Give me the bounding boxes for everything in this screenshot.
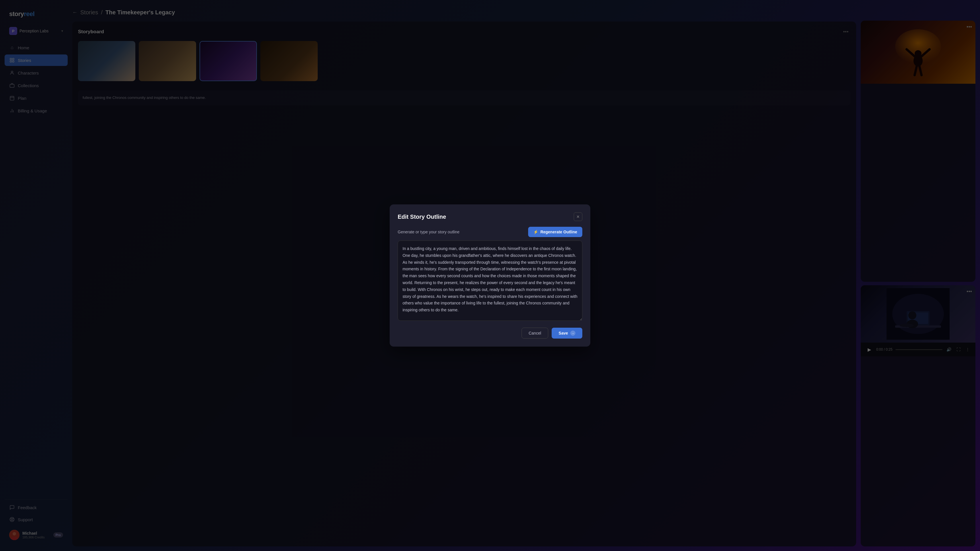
save-icon: → bbox=[570, 330, 576, 336]
save-button[interactable]: Save → bbox=[552, 328, 582, 338]
modal-close-button[interactable]: × bbox=[574, 213, 582, 221]
regenerate-button[interactable]: ⚡ Regenerate Outline bbox=[528, 227, 582, 237]
modal-subtitle-text: Generate or type your story outline bbox=[398, 230, 460, 234]
modal-overlay[interactable]: Edit Story Outline × Generate or type yo… bbox=[0, 0, 980, 551]
save-label: Save bbox=[558, 331, 568, 335]
story-outline-textarea[interactable] bbox=[398, 241, 582, 321]
close-icon: × bbox=[577, 214, 580, 220]
modal-header: Edit Story Outline × bbox=[398, 213, 582, 221]
modal-title: Edit Story Outline bbox=[398, 214, 446, 220]
cancel-button[interactable]: Cancel bbox=[522, 328, 549, 338]
modal-subtitle: Generate or type your story outline ⚡ Re… bbox=[398, 227, 582, 237]
modal-footer: Cancel Save → bbox=[398, 328, 582, 338]
edit-story-modal: Edit Story Outline × Generate or type yo… bbox=[390, 205, 590, 346]
regenerate-label: Regenerate Outline bbox=[541, 230, 577, 234]
lightning-icon: ⚡ bbox=[533, 230, 538, 234]
